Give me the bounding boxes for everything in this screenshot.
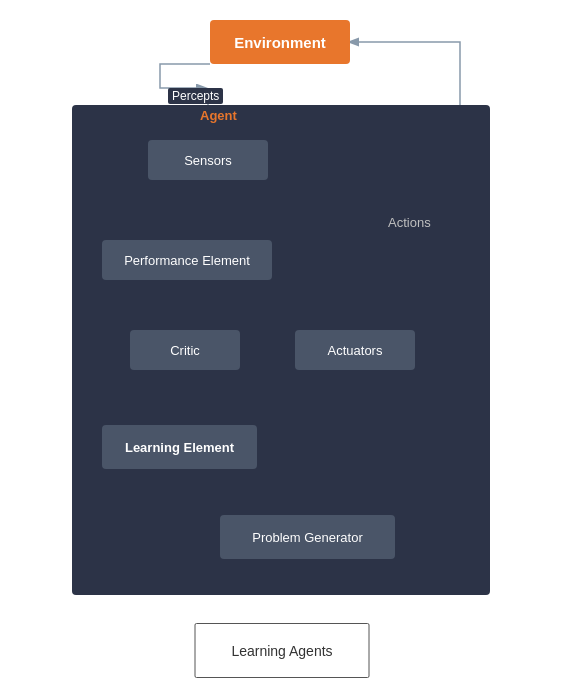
problem-generator-label: Problem Generator xyxy=(252,530,363,545)
learning-agents-box: Learning Agents xyxy=(195,623,370,678)
performance-element-box: Performance Element xyxy=(102,240,272,280)
percepts-label: Percepts xyxy=(168,88,223,104)
critic-box: Critic xyxy=(130,330,240,370)
performance-element-label: Performance Element xyxy=(124,253,250,268)
learning-agents-label: Learning Agents xyxy=(231,643,332,659)
actuators-box: Actuators xyxy=(295,330,415,370)
environment-box: Environment xyxy=(210,20,350,64)
sensors-label: Sensors xyxy=(184,153,232,168)
diagram-container: Environment Percepts Agent Sensors Perfo… xyxy=(0,0,564,696)
actuators-label: Actuators xyxy=(328,343,383,358)
actions-label: Actions xyxy=(388,215,431,230)
learning-element-label: Learning Element xyxy=(125,440,234,455)
sensors-box: Sensors xyxy=(148,140,268,180)
problem-generator-box: Problem Generator xyxy=(220,515,395,559)
environment-label: Environment xyxy=(234,34,326,51)
learning-element-box: Learning Element xyxy=(102,425,257,469)
agent-label: Agent xyxy=(200,108,237,123)
critic-label: Critic xyxy=(170,343,200,358)
